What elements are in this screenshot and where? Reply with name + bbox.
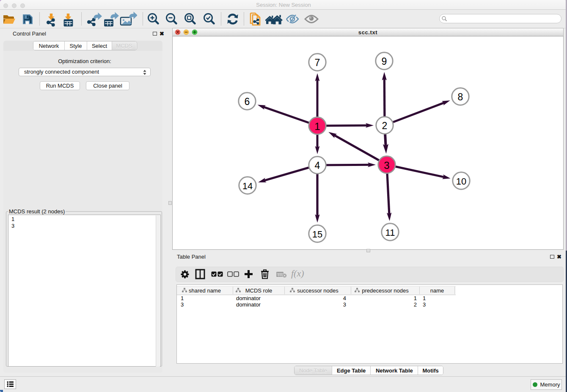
svg-text:15: 15 — [312, 229, 322, 240]
svg-text:7: 7 — [315, 57, 320, 68]
svg-text:14: 14 — [242, 181, 253, 191]
svg-text:4: 4 — [315, 160, 320, 171]
svg-text:2: 2 — [382, 120, 388, 131]
svg-text:1: 1 — [314, 121, 320, 132]
svg-text:10: 10 — [456, 176, 466, 187]
svg-text:11: 11 — [385, 227, 395, 238]
svg-text:8: 8 — [458, 91, 463, 102]
svg-text:6: 6 — [245, 96, 250, 107]
svg-text:9: 9 — [382, 56, 387, 67]
svg-text:3: 3 — [384, 160, 389, 171]
